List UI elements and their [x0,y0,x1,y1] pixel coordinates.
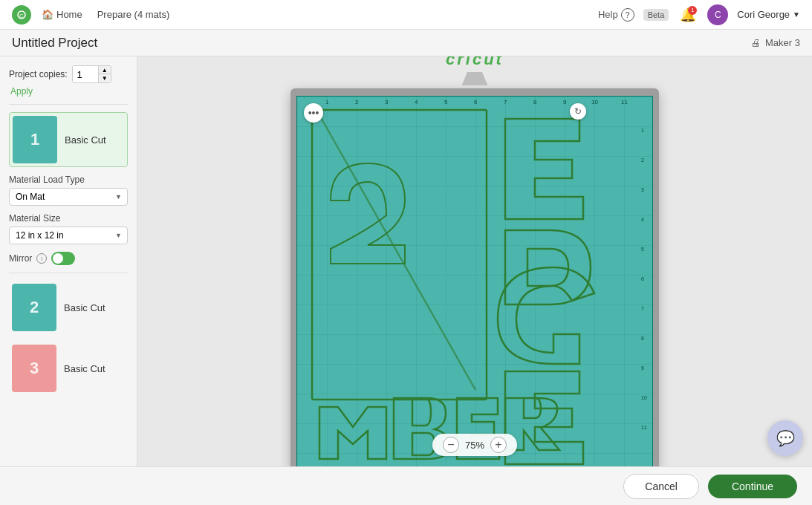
material-size-select[interactable]: 12 in x 12 in 12 in x 24 in [9,227,128,244]
mirror-label: Mirror [9,253,32,264]
mat-thumbnail-1: 1 [13,116,57,163]
prepare-nav-item[interactable]: Prepare (4 mats) [90,6,178,23]
nav-logo: C [12,5,31,25]
chat-icon: 💬 [776,429,795,447]
more-icon: ••• [308,107,319,119]
copies-spinner: ▲ ▼ [72,65,111,83]
divider-1 [9,104,128,105]
copies-arrows: ▲ ▼ [98,66,111,82]
nav-right: Help ? Beta 🔔 1 C Cori George ▼ [598,4,800,25]
machine-info: 🖨 Maker 3 [751,37,800,48]
user-menu-btn[interactable]: Cori George ▼ [737,9,800,20]
chevron-down-icon: ▼ [793,10,800,19]
home-icon: 🏠 [42,9,53,20]
canvas-area: cricut ••• ↻ [137,56,812,466]
copies-down-btn[interactable]: ▼ [99,74,111,82]
mat-card-3[interactable]: 3 Basic Cut [9,342,128,395]
sidebar: Project copies: ▲ ▼ Apply 1 Basic Cut Ma [0,56,137,466]
mat-label-3: Basic Cut [64,363,105,374]
notifications-btn[interactable]: 🔔 1 [678,4,698,25]
material-size-label: Material Size [9,213,128,224]
mat-label-1: Basic Cut [65,134,106,146]
top-nav: C 🏠 Home Prepare (4 mats) Help ? Beta 🔔 … [0,0,812,30]
copies-up-btn[interactable]: ▲ [99,66,111,74]
apply-btn[interactable]: Apply [9,86,128,97]
mat-handle [456,72,493,85]
footer: Cancel Continue [0,466,812,505]
more-options-btn[interactable]: ••• [304,103,323,123]
mirror-info-icon[interactable]: i [36,253,47,264]
mat-card-1[interactable]: 1 Basic Cut [9,112,128,167]
chat-btn[interactable]: 💬 [767,420,803,456]
material-load-section: Material Load Type On Mat Without Mat ▼ [9,175,128,206]
beta-badge: Beta [643,9,669,21]
mat-body: ••• ↻ [290,88,659,466]
mat-thumbnail-3: 3 [12,345,56,392]
cricut-logo: cricut [290,56,659,69]
help-icon: ? [621,8,634,22]
copies-label: Project copies: [9,69,68,79]
svg-line-4 [319,115,475,390]
avatar: C [707,4,728,25]
material-size-section: Material Size 12 in x 12 in 12 in x 24 i… [9,213,128,244]
toggle-knob [53,253,63,264]
zoom-in-btn[interactable]: + [490,437,507,453]
rotate-icon: ↻ [574,106,582,117]
notif-count-badge: 1 [688,6,697,15]
home-nav-item[interactable]: 🏠 Home [34,6,90,23]
zoom-percent: 75% [465,440,484,451]
mat-canvas: cricut ••• ↻ [290,56,659,466]
zoom-controls: − 75% + [432,434,517,456]
project-copies-section: Project copies: ▲ ▼ Apply [9,65,128,97]
material-load-select[interactable]: On Mat Without Mat [9,188,128,206]
zoom-out-btn[interactable]: − [443,437,459,453]
mat-thumbnail-2: 2 [12,284,56,331]
cancel-btn[interactable]: Cancel [623,474,699,499]
main-content: Project copies: ▲ ▼ Apply 1 Basic Cut Ma [0,56,812,466]
mirror-toggle[interactable] [51,252,75,265]
machine-icon: 🖨 [751,37,761,48]
svg-text:C: C [19,13,24,19]
mirror-section: Mirror i [9,252,128,265]
continue-btn[interactable]: Continue [708,475,797,498]
mat-card-2[interactable]: 2 Basic Cut [9,281,128,334]
mat-label-2: Basic Cut [64,302,105,313]
title-row: Untitled Project 🖨 Maker 3 [0,30,812,56]
design-svg [297,97,653,466]
page-title: Untitled Project [12,36,97,50]
material-load-label: Material Load Type [9,175,128,185]
divider-2 [9,273,128,273]
help-btn[interactable]: Help ? [598,8,634,22]
copies-input[interactable] [73,66,98,82]
rotate-handle[interactable]: ↻ [570,103,586,120]
mat-grid: 1 2 3 4 5 6 7 8 9 10 11 [296,96,653,466]
